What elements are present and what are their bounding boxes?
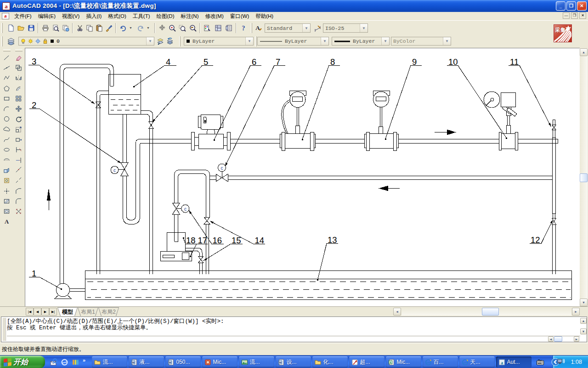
designcenter-button[interactable] [213,23,223,33]
tab-layout2[interactable]: 布局2 [98,307,119,316]
taskbar-task-1[interactable]: 流... [92,356,127,368]
linetype-combo[interactable]: ByLayer▼ [257,37,329,46]
modify-rotate-button[interactable] [13,114,24,124]
modify-move-button[interactable] [13,104,24,114]
draw-polygon-button[interactable] [1,83,12,93]
draw-ellipse-arc-button[interactable] [1,155,12,165]
tab-layout1[interactable]: 布局1 [78,307,98,316]
canvas-hscroll-left[interactable]: ◄ [393,308,401,316]
open-button[interactable] [16,23,26,33]
canvas-hscroll-right[interactable]: ► [572,308,580,316]
modify-fillet-button[interactable] [13,196,24,206]
match-properties-button[interactable] [104,23,114,33]
modify-extend-button[interactable] [13,155,24,165]
modify-erase-button[interactable] [13,52,24,63]
modify-break-at-point-button[interactable] [13,165,24,175]
draw-line-button[interactable] [1,52,12,63]
undo-button[interactable] [118,23,128,33]
toolbar-grip[interactable] [3,49,11,52]
draw-ellipse-button[interactable] [1,145,12,155]
quicklaunch-internet-explorer-icon[interactable] [60,357,69,367]
plot-style-combo[interactable]: ByColor▼ [391,37,451,46]
taskbar-task-9[interactable]: XMic... [386,356,421,368]
menu-window[interactable]: 窗口(W) [227,12,253,21]
zoom-window-button[interactable] [177,23,187,33]
toolbar-grip[interactable] [251,23,252,33]
canvas-vscroll-thumb[interactable] [580,173,588,182]
modify-trim-button[interactable] [13,145,24,155]
draw-rectangle-button[interactable] [1,93,12,104]
mdi-close-button[interactable]: ✕ [579,12,586,19]
help-button[interactable]: ? [238,23,249,33]
modify-stretch-button[interactable] [13,134,24,144]
tab-last-button[interactable]: ▶| [49,308,57,316]
close-button[interactable]: ✕ [577,1,587,11]
taskbar-task-10[interactable]: 百... [423,356,458,368]
taskbar-task-7[interactable]: 化... [312,356,348,368]
zoom-realtime-button[interactable] [167,23,177,33]
caiji-plugin-logo[interactable]: 采集 [554,24,572,42]
quicklaunch-outlook-express-icon[interactable] [49,357,58,367]
pan-realtime-button[interactable] [157,23,167,33]
draw-make-block-button[interactable] [1,176,12,186]
taskbar-task-8[interactable]: 超... [349,356,384,368]
command-scroll-up[interactable]: ▲ [580,318,587,324]
modify-offset-button[interactable] [13,83,24,93]
quicklaunch-chevron[interactable]: » [83,357,85,363]
draw-arc-button[interactable] [1,104,12,114]
color-combo[interactable]: ByLayer▼ [184,37,254,46]
layer-previous-button[interactable] [165,36,175,46]
toolbar-grip[interactable] [1,36,3,46]
canvas-hscroll-thumb[interactable] [482,308,499,316]
start-button[interactable]: 开始 [0,356,45,368]
modify-explode-button[interactable] [13,206,24,216]
menu-tools[interactable]: 工具(T) [130,12,153,21]
modify-chamfer-button[interactable] [13,186,24,196]
taskbar-task-12[interactable]: aAut... [496,356,531,368]
zoom-previous-button[interactable] [188,23,198,33]
new-button[interactable] [6,23,16,33]
modify-copy-object-button[interactable] [13,63,24,73]
command-window-grip[interactable] [2,318,6,341]
tray-keyboard-icon[interactable] [537,359,544,367]
redo-dropdown[interactable]: ▼ [146,23,151,33]
properties-button[interactable] [202,23,212,33]
draw-multiline-text-button[interactable]: A [1,217,12,227]
tool-palettes-button[interactable] [224,23,234,33]
command-hscroll-right[interactable]: ► [574,336,579,342]
modify-break-button[interactable] [13,176,24,186]
modify-array-button[interactable] [13,93,24,104]
menu-insert[interactable]: 插入(I) [83,12,105,21]
minimize-button[interactable]: _ [556,1,565,11]
save-button[interactable] [26,23,36,33]
paste-button[interactable] [94,23,104,33]
command-scroll-down[interactable]: ▼ [580,328,587,334]
tab-model[interactable]: 模型 [57,307,78,316]
undo-dropdown[interactable]: ▼ [128,23,133,33]
taskbar-task-11[interactable]: 天... [459,356,495,368]
menu-format[interactable]: 格式(O) [105,12,130,21]
mdi-minimize-button[interactable]: — [563,12,570,19]
drawing-canvas[interactable]: c c c 1 2 3 4 5 6 7 8 9 10 11 12 13 14 1… [25,48,580,306]
draw-spline-button[interactable] [1,134,12,144]
draw-revision-cloud-button[interactable] [1,124,12,134]
canvas-vscroll-up[interactable]: ▲ [580,48,588,56]
print-preview-button[interactable] [51,23,61,33]
draw-point-button[interactable] [1,186,12,196]
taskbar-task-4[interactable]: Mic... [202,356,237,368]
command-input[interactable] [7,336,580,342]
make-object-layer-current-button[interactable] [155,36,165,46]
print-button[interactable] [40,23,51,33]
taskbar-task-6[interactable]: W设... [276,356,311,368]
menu-help[interactable]: 帮助(H) [252,12,277,21]
draw-polyline-button[interactable] [1,73,12,83]
tab-next-button[interactable]: ▶ [41,308,49,316]
toolbar-grip[interactable] [1,23,3,33]
draw-circle-button[interactable] [1,114,12,124]
taskbar-task-5[interactable]: 流... [239,356,274,368]
menu-edit[interactable]: 编辑(E) [35,12,59,21]
redo-button[interactable] [136,23,146,33]
menu-file[interactable]: 文件(F) [11,12,35,21]
canvas-vscroll-down[interactable]: ▼ [580,299,588,306]
command-hscroll-thumb[interactable] [554,336,562,342]
